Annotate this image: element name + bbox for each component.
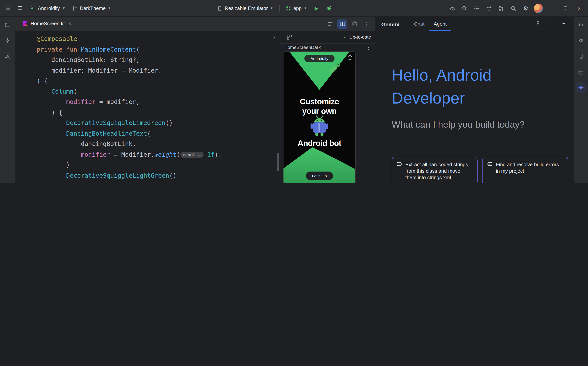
code-view-icon[interactable] [325,19,335,29]
vcs-branch-selector[interactable]: DarkTheme ▼ [69,2,114,14]
chevron-down-icon: ▼ [270,7,273,10]
user-avatar[interactable] [532,2,544,14]
gemini-more-icon[interactable]: ⋮ [545,17,557,29]
compose-preview-panel: ✓ Up-to-date HomeScreenDark ⋮ Androidify… [280,31,375,183]
search-icon[interactable] [508,2,519,14]
code-line: dancingBotLink, [37,139,275,149]
project-name: Androidify [38,5,60,11]
android-studio-window: ☰ Androidify ▼ DarkTheme ▼ Resizable Emu… [0,0,588,183]
gemini-tool-icon[interactable] [576,82,586,93]
more-tools-icon[interactable]: ⋯ [2,67,13,77]
lets-go-button[interactable]: Let's Go [306,171,333,180]
left-tool-rail: ⋯ [0,17,15,183]
window-maximize-button[interactable] [559,2,572,14]
chat-prompt-icon [397,162,402,181]
more-actions-icon[interactable]: ⋮ [335,2,347,14]
right-tool-rail [573,17,588,183]
chevron-down-icon: ▼ [108,7,111,10]
squiggle-decoration [328,62,342,74]
app-name-pill: Androidify [304,55,334,62]
ai-debug-icon[interactable] [483,2,495,14]
editor-area: HomeScreen.kt × ⋮ [15,17,375,183]
split-view-icon[interactable] [337,19,347,29]
device-selector[interactable]: Resizable Emulator ▼ [214,2,276,14]
code-line: @Composable [37,34,275,44]
android-icon [30,5,36,11]
commit-tool-icon[interactable] [2,35,13,46]
debug-button[interactable] [323,2,335,14]
info-icon[interactable]: i [348,55,352,60]
branch-icon [72,6,77,11]
suggestion-card[interactable]: Extract all hardcoded strings from this … [392,157,478,183]
project-tool-icon[interactable] [2,19,13,30]
structure-tool-icon[interactable] [2,51,13,61]
phone-headline: Customize your own [283,97,355,116]
tab-more-icon[interactable]: ⋮ [362,19,372,29]
gemini-subtitle: What can I help you build today? [392,119,525,130]
run-button[interactable]: ▶ [311,2,322,14]
ai-search-icon[interactable] [459,2,470,14]
pull-request-icon[interactable] [496,2,507,14]
code-line: DecorativeSquiggleLimeGreen() [37,118,275,128]
code-line: private fun MainHomeContent( [37,44,275,55]
parameter-hint-chip: weight = [180,152,203,158]
preview-gallery-icon[interactable] [284,33,294,42]
gemini-greeting: Hello, Android Developer [392,64,491,110]
preview-more-icon[interactable]: ⋮ [366,45,371,50]
tab-chat[interactable]: Chat [409,21,429,31]
preview-phone-dark[interactable]: Androidify i Customize your own [283,52,355,183]
layout-inspector-icon[interactable] [576,67,586,77]
preview-build-status[interactable]: ✓ Up-to-date [344,35,371,40]
editor-tabstrip: HomeScreen.kt × ⋮ [15,17,375,31]
code-line: DecorativeSquiggleLightGreen() [37,170,275,181]
suggestion-card-label: Extract all hardcoded strings from this … [405,161,473,181]
code-editor[interactable]: @Composableprivate fun MainHomeContent( … [15,31,280,183]
task-list-icon[interactable] [471,2,482,14]
debug-bug-icon [326,5,332,11]
chevron-down-icon: ▼ [62,7,65,10]
notifications-bell-icon[interactable] [576,19,586,30]
code-line: ) [37,160,275,170]
preview-label-dark: HomeScreenDark ⋮ [280,43,375,52]
preview-toolbar: ✓ Up-to-date [280,31,375,43]
check-icon: ✓ [344,35,347,40]
code-line: } [37,181,275,183]
device-name: Resizable Emulator [225,5,268,11]
suggestion-card[interactable]: Find and resolve build errors in my proj… [482,157,568,183]
gemini-panel: Gemini Chat Agent ⋮ – Hello, Android Dev… [375,17,573,183]
delete-conversation-icon[interactable] [532,17,544,29]
gradle-tool-icon[interactable] [576,35,586,46]
editor-scrollbar[interactable] [277,153,279,171]
titlebar: ☰ Androidify ▼ DarkTheme ▼ Resizable Emu… [0,0,588,17]
run-config-name: app [293,5,302,11]
suggestion-cards: Extract all hardcoded strings from this … [392,157,568,183]
app-logo-icon [2,2,14,14]
tab-close-icon[interactable]: × [68,21,71,26]
hide-panel-icon[interactable]: – [558,17,570,29]
profiler-icon[interactable] [447,2,458,14]
inspections-ok-icon[interactable]: ✓ [272,35,275,41]
branch-name: DarkTheme [80,5,106,11]
gemini-title: Gemini [381,21,399,31]
window-close-button[interactable]: × [573,2,586,14]
gemini-body: Hello, Android Developer What can I help… [375,31,573,183]
tab-agent[interactable]: Agent [429,21,451,31]
project-selector[interactable]: Androidify ▼ [27,2,68,14]
code-line: modifier: Modifier = Modifier, [37,65,275,76]
chat-prompt-icon [487,162,492,181]
code-line: modifier = Modifier.weight(weight = 1f), [37,149,275,160]
code-line: ) { [37,76,275,86]
kotlin-file-icon [23,21,28,26]
editor-tab-homescreen[interactable]: HomeScreen.kt × [18,17,76,31]
settings-gear-icon[interactable]: ⚙ [520,2,531,14]
device-manager-icon[interactable] [576,51,586,61]
main-menu-icon[interactable]: ☰ [15,2,26,14]
design-view-icon[interactable] [350,19,359,29]
code-line: Column( [37,86,275,97]
gemini-header: Gemini Chat Agent ⋮ – [375,17,573,31]
run-config-selector[interactable]: app ▼ [283,2,310,14]
suggestion-card-label: Find and resolve build errors in my proj… [496,161,563,181]
preview-status-label: Up-to-date [349,35,371,40]
window-minimize-button[interactable]: – [545,2,558,14]
editor-tab-label: HomeScreen.kt [31,21,65,26]
